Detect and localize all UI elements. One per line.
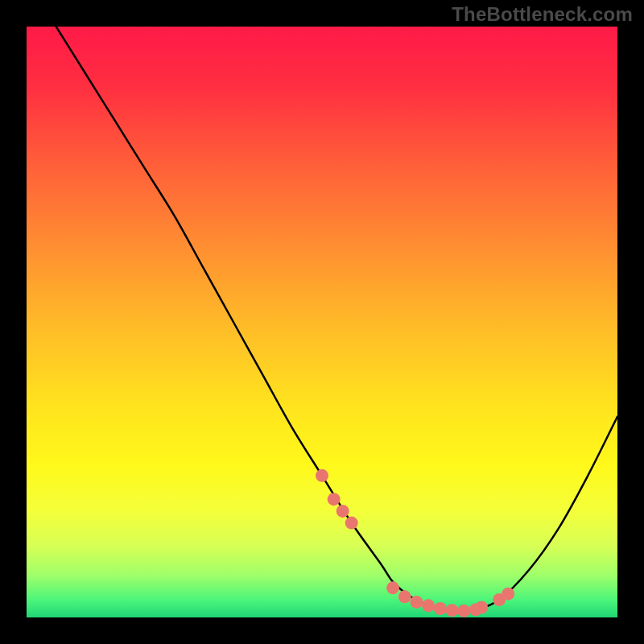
data-marker [410, 596, 423, 609]
plot-area [27, 27, 617, 617]
data-marker [386, 581, 399, 594]
gradient-background [27, 27, 617, 617]
data-marker [422, 599, 435, 612]
data-marker [434, 602, 447, 615]
data-marker [457, 605, 470, 617]
data-marker [328, 493, 341, 506]
data-marker [336, 505, 349, 518]
data-marker [502, 588, 514, 601]
chart-frame: TheBottleneck.com [0, 0, 644, 644]
data-marker [345, 517, 358, 530]
data-marker [316, 469, 328, 482]
watermark-text: TheBottleneck.com [452, 3, 633, 26]
bottleneck-curve-chart [27, 27, 617, 617]
data-marker [445, 604, 458, 617]
data-marker [398, 590, 411, 603]
data-marker [475, 601, 488, 614]
